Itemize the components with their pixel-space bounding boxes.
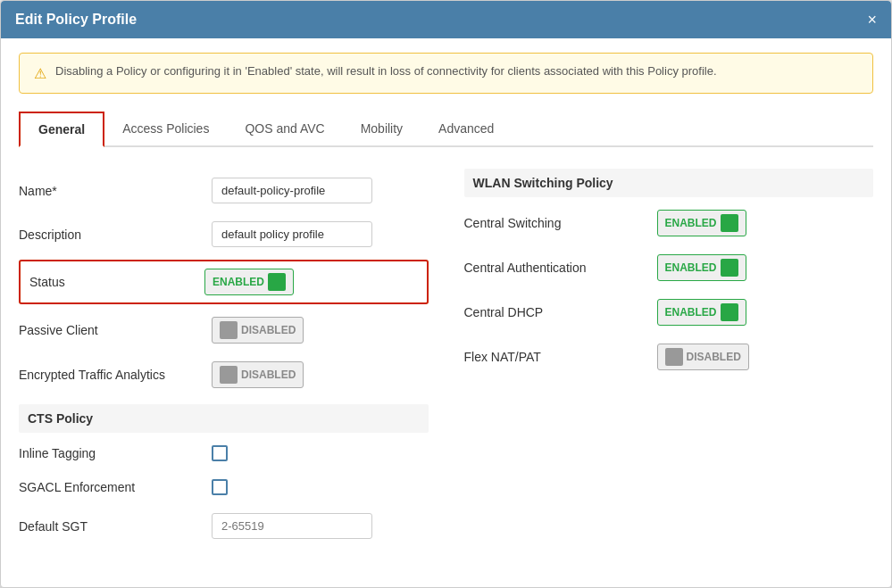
- modal-close-button[interactable]: ×: [867, 12, 877, 28]
- flex-nat-label: Flex NAT/PAT: [464, 350, 643, 364]
- central-dhcp-row: Central DHCP ENABLED: [464, 290, 874, 335]
- encrypted-traffic-toggle[interactable]: DISABLED: [212, 361, 304, 388]
- sgacl-enforcement-row: SGACL Enforcement: [19, 470, 429, 504]
- sgacl-enforcement-checkbox[interactable]: [212, 479, 228, 495]
- description-row: Description: [19, 212, 429, 256]
- modal-body: ⚠ Disabling a Policy or configuring it i…: [1, 38, 891, 587]
- central-switching-row: Central Switching ENABLED: [464, 201, 874, 245]
- warning-text: Disabling a Policy or configuring it in …: [55, 64, 717, 78]
- central-switching-value: ENABLED: [665, 217, 717, 229]
- encrypted-traffic-label: Encrypted Traffic Analytics: [19, 368, 197, 382]
- sgacl-enforcement-label: SGACL Enforcement: [19, 480, 197, 494]
- flex-nat-row: Flex NAT/PAT DISABLED: [464, 335, 874, 379]
- encrypted-traffic-row: Encrypted Traffic Analytics DISABLED: [19, 352, 429, 397]
- inline-tagging-checkbox[interactable]: [212, 445, 228, 461]
- central-dhcp-toggle[interactable]: ENABLED: [657, 299, 746, 326]
- warning-icon: ⚠: [34, 65, 46, 82]
- inline-tagging-label: Inline Tagging: [19, 446, 197, 460]
- encrypted-traffic-value: DISABLED: [241, 369, 296, 381]
- central-switching-label: Central Switching: [464, 216, 643, 230]
- passive-client-value: DISABLED: [241, 324, 296, 336]
- tab-advanced[interactable]: Advanced: [421, 112, 512, 147]
- default-sgt-row: Default SGT: [19, 504, 429, 548]
- central-switching-toggle[interactable]: ENABLED: [657, 210, 746, 236]
- encrypted-traffic-indicator: [220, 366, 238, 384]
- central-dhcp-label: Central DHCP: [464, 305, 643, 319]
- description-input[interactable]: [212, 221, 372, 247]
- name-input[interactable]: [212, 178, 372, 203]
- default-sgt-label: Default SGT: [19, 519, 197, 534]
- passive-client-row: Passive Client DISABLED: [19, 308, 429, 352]
- tab-qos-avc[interactable]: QOS and AVC: [227, 112, 342, 147]
- status-row: Status ENABLED: [19, 260, 429, 304]
- tab-bar: General Access Policies QOS and AVC Mobi…: [19, 112, 873, 147]
- passive-client-label: Passive Client: [19, 323, 197, 337]
- modal-title: Edit Policy Profile: [15, 12, 137, 28]
- status-value: ENABLED: [213, 276, 264, 288]
- flex-nat-value: DISABLED: [687, 351, 741, 363]
- default-sgt-input[interactable]: [212, 513, 372, 539]
- wlan-section-title: WLAN Switching Policy: [464, 169, 874, 197]
- tab-access-policies[interactable]: Access Policies: [104, 112, 227, 147]
- left-column: Name* Description Status ENABLED: [19, 169, 429, 548]
- central-dhcp-value: ENABLED: [665, 306, 717, 319]
- central-dhcp-indicator: [721, 303, 738, 321]
- warning-banner: ⚠ Disabling a Policy or configuring it i…: [19, 53, 873, 94]
- passive-client-indicator: [220, 321, 238, 339]
- flex-nat-toggle[interactable]: DISABLED: [657, 344, 749, 370]
- tab-mobility[interactable]: Mobility: [343, 112, 421, 147]
- central-auth-value: ENABLED: [665, 261, 717, 274]
- name-row: Name*: [19, 169, 429, 212]
- central-switching-indicator: [721, 214, 738, 232]
- passive-client-toggle[interactable]: DISABLED: [212, 317, 304, 344]
- name-label: Name*: [19, 184, 197, 198]
- edit-policy-profile-modal: Edit Policy Profile × ⚠ Disabling a Poli…: [0, 0, 892, 588]
- central-auth-row: Central Authentication ENABLED: [464, 245, 874, 290]
- content-grid: Name* Description Status ENABLED: [19, 169, 873, 548]
- modal-header: Edit Policy Profile ×: [1, 1, 891, 38]
- tab-general[interactable]: General: [19, 112, 104, 147]
- status-toggle-indicator: [268, 273, 286, 291]
- cts-policy-section-header: CTS Policy: [19, 404, 429, 433]
- description-label: Description: [19, 228, 197, 242]
- central-auth-label: Central Authentication: [464, 261, 643, 275]
- central-auth-indicator: [721, 259, 738, 277]
- right-column: WLAN Switching Policy Central Switching …: [464, 169, 874, 548]
- flex-nat-indicator: [665, 348, 683, 366]
- status-label: Status: [29, 275, 190, 289]
- inline-tagging-row: Inline Tagging: [19, 436, 429, 470]
- central-auth-toggle[interactable]: ENABLED: [657, 254, 746, 281]
- status-toggle[interactable]: ENABLED: [204, 269, 294, 295]
